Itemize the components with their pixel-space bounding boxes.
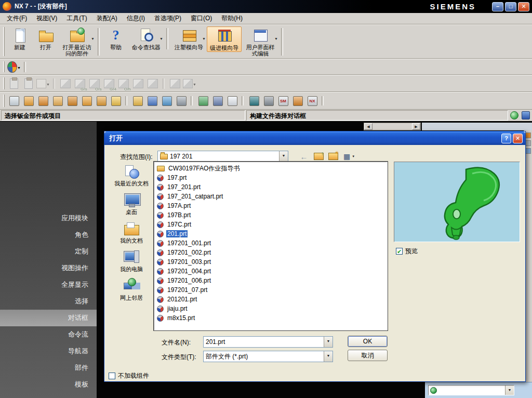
sidebar-item[interactable]: 命令流 <box>0 326 97 343</box>
assembly-tool-button[interactable] <box>168 77 182 90</box>
assembly-tool-button[interactable] <box>59 77 72 90</box>
toolbar-grip[interactable] <box>3 27 5 56</box>
resource-bar-icon[interactable] <box>525 140 531 146</box>
toolbar-button[interactable]: 打开 <box>33 26 58 51</box>
toolbar-button[interactable]: 打开最近访问的部件 <box>59 26 95 57</box>
assembly-tool-button[interactable] <box>22 77 35 90</box>
die-tool-button[interactable]: NX <box>306 95 318 107</box>
file-row[interactable]: 197201_003.prt <box>155 257 386 267</box>
dropdown-arrow-icon[interactable] <box>159 34 163 42</box>
file-type-combobox[interactable]: 部件文件 (*.prt) <box>203 351 333 362</box>
status-window-icon[interactable] <box>522 111 530 120</box>
file-row[interactable]: 197.prt <box>155 173 386 182</box>
file-row[interactable]: 197C.prt <box>155 220 386 229</box>
ok-button[interactable]: OK <box>348 336 388 347</box>
file-row[interactable]: 197_201.prt <box>155 182 386 192</box>
assembly-tool-button[interactable] <box>146 77 159 90</box>
dropdown-arrow-icon[interactable] <box>17 63 21 71</box>
back-icon[interactable] <box>298 151 310 162</box>
combo-dropdown-button[interactable] <box>324 337 332 347</box>
resource-bar-icon[interactable] <box>525 148 531 154</box>
horizontal-scrollbar[interactable] <box>364 123 421 130</box>
assembly-tool-button[interactable]: G/4 <box>102 77 116 90</box>
file-row[interactable]: jiaju.prt <box>155 304 386 313</box>
die-tool-button[interactable] <box>51 95 64 107</box>
die-tool-button[interactable] <box>211 95 224 107</box>
file-row[interactable]: 197201_006.prt <box>155 276 386 285</box>
sidebar-item[interactable]: 导航器 <box>0 343 97 360</box>
file-row[interactable]: 197201_002.prt <box>155 248 386 257</box>
close-button[interactable] <box>518 2 529 11</box>
cancel-button[interactable]: 取消 <box>348 350 388 361</box>
die-tool-button[interactable] <box>146 95 158 107</box>
die-tool-button[interactable] <box>226 95 238 107</box>
dropdown-arrow-icon[interactable] <box>202 34 206 42</box>
die-tool-button[interactable] <box>95 95 108 107</box>
toolbar-grip[interactable] <box>3 95 5 107</box>
file-list[interactable]: CW30197FAO作业指导书 197.prt 197_201.prt <box>154 162 388 330</box>
assembly-tool-button[interactable] <box>131 77 145 90</box>
menu-item[interactable]: 首选项(P) <box>150 13 186 24</box>
file-row[interactable]: 201.prt <box>155 229 386 238</box>
assembly-tool-button[interactable] <box>7 77 21 90</box>
menu-item[interactable]: 帮助(H) <box>217 13 247 24</box>
die-tool-button[interactable] <box>262 95 275 107</box>
sidebar-item[interactable]: 对话框 <box>0 310 97 326</box>
die-tool-button[interactable] <box>66 95 78 107</box>
background-material-combobox[interactable] <box>428 385 514 395</box>
menu-item[interactable]: 工具(T) <box>62 13 91 24</box>
toolbar-button[interactable]: 命令查找器 <box>129 26 163 51</box>
toolbar-grip[interactable] <box>3 61 5 72</box>
die-tool-button[interactable] <box>37 95 49 107</box>
toolbar-button[interactable]: 级进模向导 <box>207 26 242 52</box>
dialog-close-button[interactable] <box>513 134 523 143</box>
die-tool-button[interactable]: SM <box>277 95 289 107</box>
menu-item[interactable]: 装配(A) <box>92 13 122 24</box>
dropdown-arrow-icon[interactable] <box>274 34 278 42</box>
new-folder-icon[interactable] <box>327 151 339 162</box>
die-tool-button[interactable] <box>131 95 144 107</box>
sidebar-item[interactable]: 定制 <box>0 243 97 260</box>
file-row[interactable]: CW30197FAO作业指导书 <box>155 164 386 173</box>
die-tool-button[interactable] <box>81 95 93 107</box>
dropdown-arrow-icon[interactable] <box>46 80 50 87</box>
combo-dropdown-button[interactable] <box>279 151 288 162</box>
file-name-combobox[interactable]: 201.prt <box>203 336 333 348</box>
die-tool-button[interactable] <box>291 95 304 107</box>
places-bar-item[interactable]: 桌面 <box>111 192 152 221</box>
preview-checkbox[interactable] <box>396 248 403 255</box>
sidebar-item[interactable]: 部件 <box>0 360 97 376</box>
toolbar-button[interactable]: 新建 <box>7 26 32 51</box>
die-tool-button[interactable] <box>8 95 20 107</box>
roles-button[interactable] <box>7 60 21 74</box>
file-row[interactable]: 197201_001.prt <box>155 238 386 248</box>
sidebar-item[interactable]: 角色 <box>0 227 97 243</box>
menu-item[interactable]: 文件(F) <box>2 13 32 24</box>
sidebar-item[interactable]: 应用模块 <box>0 210 97 227</box>
dropdown-arrow-icon[interactable] <box>193 80 196 87</box>
menu-item[interactable]: 视图(V) <box>32 13 62 24</box>
toolbar-button[interactable]: 帮助 <box>103 26 128 51</box>
places-bar-item[interactable]: 我的文档 <box>111 221 152 249</box>
resource-bar-icon[interactable] <box>525 132 531 138</box>
no-load-components-checkbox[interactable] <box>109 373 115 379</box>
sidebar-item[interactable]: 视图操作 <box>0 260 97 276</box>
dropdown-arrow-icon[interactable] <box>91 34 95 42</box>
die-tool-button[interactable] <box>175 95 188 107</box>
die-tool-button[interactable] <box>248 95 260 107</box>
toolbar-button[interactable]: 用户界面样式编辑 <box>243 26 278 57</box>
dialog-help-button[interactable] <box>501 134 511 143</box>
combo-dropdown-button[interactable] <box>324 351 332 362</box>
menu-item[interactable]: 窗口(O) <box>186 13 217 24</box>
look-in-combobox[interactable]: 197 201 <box>157 151 288 162</box>
die-tool-button[interactable] <box>22 95 35 107</box>
die-tool-button[interactable] <box>197 95 209 107</box>
combo-dropdown-button[interactable] <box>505 386 514 395</box>
die-tool-button[interactable] <box>161 95 173 107</box>
up-one-level-icon[interactable] <box>312 151 325 162</box>
view-menu-icon[interactable] <box>341 151 357 162</box>
sidebar-item[interactable]: 选择 <box>0 293 97 310</box>
maximize-button[interactable] <box>505 2 516 11</box>
status-sphere-icon[interactable] <box>510 111 518 120</box>
sidebar-item[interactable]: 全屏显示 <box>0 276 97 293</box>
